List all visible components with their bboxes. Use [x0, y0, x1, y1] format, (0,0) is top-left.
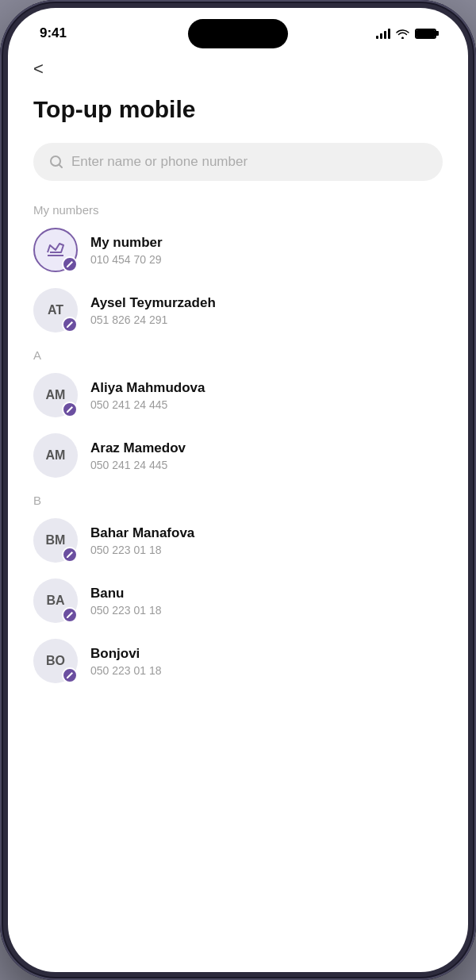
search-icon	[49, 155, 63, 169]
avatar-wrap-banu: BA	[33, 578, 78, 623]
edit-icon	[66, 405, 74, 413]
wifi-icon	[396, 29, 409, 39]
search-bar[interactable]: Enter name or phone number	[33, 143, 443, 181]
edit-badge-banu	[62, 607, 78, 623]
avatar-wrap-bahar: BM	[33, 518, 78, 563]
contact-name-banu: Banu	[90, 586, 443, 601]
contact-info-bahar: Bahar Manafova 050 223 01 18	[90, 525, 443, 556]
status-time: 9:41	[40, 25, 67, 41]
svg-point-0	[51, 156, 60, 166]
phone-frame: 9:41	[0, 0, 476, 980]
edit-badge-bonjovi	[62, 667, 78, 683]
contact-bonjovi[interactable]: BO Bonjovi 050 223 01 18	[33, 639, 443, 683]
contact-aliya[interactable]: AM Aliya Mahmudova 050 241 24 445	[33, 373, 443, 417]
main-content: < Top-up mobile Enter name or phone numb…	[8, 52, 468, 972]
contact-info-my-number: My number 010 454 70 29	[90, 235, 443, 266]
back-button[interactable]: <	[33, 59, 443, 79]
contact-phone-aliya: 050 241 24 445	[90, 398, 443, 411]
edit-icon	[66, 611, 74, 619]
contact-info-aliya: Aliya Mahmudova 050 241 24 445	[90, 380, 443, 411]
contact-info-aysel: Aysel Teymurzadeh 051 826 24 291	[90, 295, 443, 326]
edit-icon	[66, 321, 74, 329]
edit-icon	[66, 260, 74, 268]
dynamic-island	[188, 19, 288, 48]
edit-badge-aliya	[62, 402, 78, 417]
edit-icon	[66, 551, 74, 559]
contact-info-bonjovi: Bonjovi 050 223 01 18	[90, 646, 443, 677]
contact-phone-banu: 050 223 01 18	[90, 604, 443, 617]
contact-bahar[interactable]: BM Bahar Manafova 050 223 01 18	[33, 518, 443, 563]
crown-icon	[45, 241, 66, 259]
contact-banu[interactable]: BA Banu 050 223 01 18	[33, 578, 443, 623]
contact-name-bahar: Bahar Manafova	[90, 525, 443, 541]
section-b: B BM Bahar Manafova 050 223 01 18	[33, 494, 443, 683]
edit-badge-my-number	[62, 256, 78, 272]
edit-badge-bahar	[62, 547, 78, 563]
edit-icon	[66, 671, 74, 679]
phone-screen: 9:41	[8, 8, 468, 972]
contact-my-number[interactable]: My number 010 454 70 29	[33, 228, 443, 272]
contact-name-aliya: Aliya Mahmudova	[90, 380, 443, 396]
avatar-wrap-araz: AM	[33, 433, 78, 478]
contact-araz[interactable]: AM Araz Mamedov 050 241 24 445	[33, 433, 443, 478]
my-numbers-label: My numbers	[33, 203, 443, 217]
contact-phone-bahar: 050 223 01 18	[90, 544, 443, 556]
avatar-wrap-my-number	[33, 228, 78, 272]
contact-info-araz: Araz Mamedov 050 241 24 445	[90, 440, 443, 471]
edit-badge-aysel	[62, 317, 78, 332]
section-a: A AM Aliya Mahmudova 050 241 24 445	[33, 348, 443, 478]
signal-icon	[376, 28, 390, 39]
contact-phone-my-number: 010 454 70 29	[90, 253, 443, 266]
contact-phone-aysel: 051 826 24 291	[90, 313, 443, 326]
status-icons	[376, 28, 436, 39]
contact-phone-bonjovi: 050 223 01 18	[90, 664, 443, 677]
contact-phone-araz: 050 241 24 445	[90, 459, 443, 471]
contact-info-banu: Banu 050 223 01 18	[90, 586, 443, 617]
battery-icon	[415, 29, 436, 39]
avatar-wrap-bonjovi: BO	[33, 639, 78, 683]
search-placeholder: Enter name or phone number	[71, 154, 248, 170]
avatar-araz: AM	[33, 433, 78, 478]
contact-name-bonjovi: Bonjovi	[90, 646, 443, 662]
section-label-a: A	[33, 348, 443, 362]
avatar-wrap-aliya: AM	[33, 373, 78, 417]
page-title: Top-up mobile	[33, 95, 443, 124]
contact-name-my-number: My number	[90, 235, 443, 251]
contact-name-araz: Araz Mamedov	[90, 440, 443, 456]
back-arrow-icon: <	[33, 59, 44, 79]
avatar-wrap-aysel: AT	[33, 288, 78, 332]
section-label-b: B	[33, 494, 443, 507]
contact-aysel[interactable]: AT Aysel Teymurzadeh 051 826 24 291	[33, 288, 443, 332]
contact-name-aysel: Aysel Teymurzadeh	[90, 295, 443, 311]
